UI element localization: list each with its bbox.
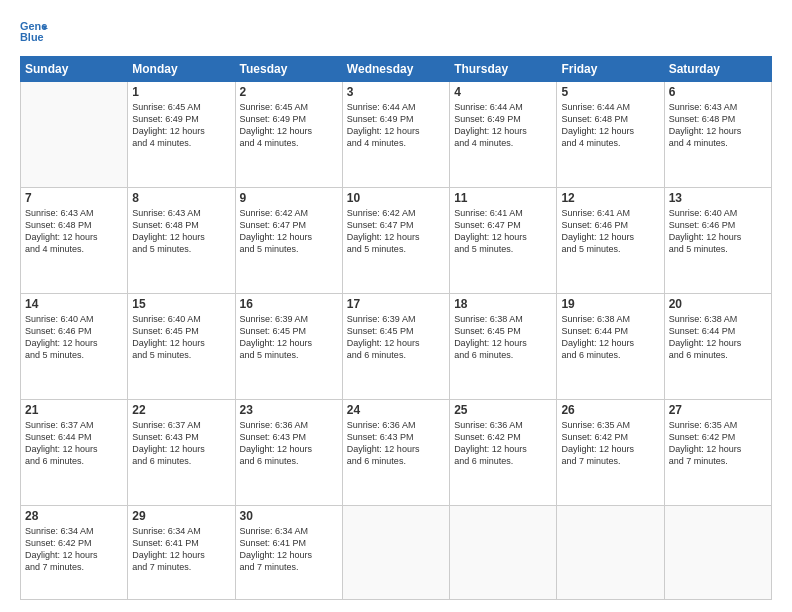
day-number: 5 [561, 85, 659, 99]
day-number: 9 [240, 191, 338, 205]
weekday-header-row: SundayMondayTuesdayWednesdayThursdayFrid… [21, 57, 772, 82]
week-row-4: 21Sunrise: 6:37 AMSunset: 6:44 PMDayligh… [21, 400, 772, 506]
calendar-cell: 21Sunrise: 6:37 AMSunset: 6:44 PMDayligh… [21, 400, 128, 506]
day-number: 28 [25, 509, 123, 523]
calendar-cell: 14Sunrise: 6:40 AMSunset: 6:46 PMDayligh… [21, 294, 128, 400]
cell-info: Sunrise: 6:42 AMSunset: 6:47 PMDaylight:… [240, 207, 338, 256]
calendar-cell: 5Sunrise: 6:44 AMSunset: 6:48 PMDaylight… [557, 82, 664, 188]
day-number: 15 [132, 297, 230, 311]
day-number: 17 [347, 297, 445, 311]
calendar-cell: 7Sunrise: 6:43 AMSunset: 6:48 PMDaylight… [21, 188, 128, 294]
day-number: 2 [240, 85, 338, 99]
calendar-cell: 18Sunrise: 6:38 AMSunset: 6:45 PMDayligh… [450, 294, 557, 400]
cell-info: Sunrise: 6:34 AMSunset: 6:41 PMDaylight:… [132, 525, 230, 574]
cell-info: Sunrise: 6:37 AMSunset: 6:44 PMDaylight:… [25, 419, 123, 468]
calendar-cell: 29Sunrise: 6:34 AMSunset: 6:41 PMDayligh… [128, 506, 235, 600]
calendar-cell: 28Sunrise: 6:34 AMSunset: 6:42 PMDayligh… [21, 506, 128, 600]
week-row-1: 1Sunrise: 6:45 AMSunset: 6:49 PMDaylight… [21, 82, 772, 188]
cell-info: Sunrise: 6:43 AMSunset: 6:48 PMDaylight:… [669, 101, 767, 150]
calendar-cell [342, 506, 449, 600]
calendar-cell [557, 506, 664, 600]
day-number: 1 [132, 85, 230, 99]
cell-info: Sunrise: 6:36 AMSunset: 6:42 PMDaylight:… [454, 419, 552, 468]
cell-info: Sunrise: 6:43 AMSunset: 6:48 PMDaylight:… [25, 207, 123, 256]
cell-info: Sunrise: 6:45 AMSunset: 6:49 PMDaylight:… [240, 101, 338, 150]
cell-info: Sunrise: 6:35 AMSunset: 6:42 PMDaylight:… [669, 419, 767, 468]
day-number: 14 [25, 297, 123, 311]
calendar-table: SundayMondayTuesdayWednesdayThursdayFrid… [20, 56, 772, 600]
cell-info: Sunrise: 6:43 AMSunset: 6:48 PMDaylight:… [132, 207, 230, 256]
calendar-cell [450, 506, 557, 600]
calendar-cell: 3Sunrise: 6:44 AMSunset: 6:49 PMDaylight… [342, 82, 449, 188]
cell-info: Sunrise: 6:44 AMSunset: 6:48 PMDaylight:… [561, 101, 659, 150]
day-number: 18 [454, 297, 552, 311]
header: General Blue [20, 18, 772, 46]
week-row-3: 14Sunrise: 6:40 AMSunset: 6:46 PMDayligh… [21, 294, 772, 400]
weekday-header-wednesday: Wednesday [342, 57, 449, 82]
week-row-5: 28Sunrise: 6:34 AMSunset: 6:42 PMDayligh… [21, 506, 772, 600]
calendar-cell: 6Sunrise: 6:43 AMSunset: 6:48 PMDaylight… [664, 82, 771, 188]
cell-info: Sunrise: 6:41 AMSunset: 6:47 PMDaylight:… [454, 207, 552, 256]
day-number: 20 [669, 297, 767, 311]
day-number: 22 [132, 403, 230, 417]
day-number: 4 [454, 85, 552, 99]
cell-info: Sunrise: 6:42 AMSunset: 6:47 PMDaylight:… [347, 207, 445, 256]
calendar-cell: 11Sunrise: 6:41 AMSunset: 6:47 PMDayligh… [450, 188, 557, 294]
day-number: 7 [25, 191, 123, 205]
calendar-cell: 23Sunrise: 6:36 AMSunset: 6:43 PMDayligh… [235, 400, 342, 506]
calendar-cell: 30Sunrise: 6:34 AMSunset: 6:41 PMDayligh… [235, 506, 342, 600]
day-number: 16 [240, 297, 338, 311]
calendar-cell [664, 506, 771, 600]
calendar-cell: 2Sunrise: 6:45 AMSunset: 6:49 PMDaylight… [235, 82, 342, 188]
day-number: 3 [347, 85, 445, 99]
cell-info: Sunrise: 6:38 AMSunset: 6:45 PMDaylight:… [454, 313, 552, 362]
day-number: 12 [561, 191, 659, 205]
weekday-header-friday: Friday [557, 57, 664, 82]
calendar-cell: 1Sunrise: 6:45 AMSunset: 6:49 PMDaylight… [128, 82, 235, 188]
day-number: 26 [561, 403, 659, 417]
day-number: 6 [669, 85, 767, 99]
weekday-header-monday: Monday [128, 57, 235, 82]
weekday-header-sunday: Sunday [21, 57, 128, 82]
calendar-cell: 12Sunrise: 6:41 AMSunset: 6:46 PMDayligh… [557, 188, 664, 294]
day-number: 23 [240, 403, 338, 417]
cell-info: Sunrise: 6:36 AMSunset: 6:43 PMDaylight:… [347, 419, 445, 468]
day-number: 27 [669, 403, 767, 417]
logo-icon: General Blue [20, 18, 48, 46]
cell-info: Sunrise: 6:44 AMSunset: 6:49 PMDaylight:… [454, 101, 552, 150]
cell-info: Sunrise: 6:34 AMSunset: 6:41 PMDaylight:… [240, 525, 338, 574]
day-number: 8 [132, 191, 230, 205]
day-number: 10 [347, 191, 445, 205]
weekday-header-saturday: Saturday [664, 57, 771, 82]
day-number: 11 [454, 191, 552, 205]
calendar-cell: 13Sunrise: 6:40 AMSunset: 6:46 PMDayligh… [664, 188, 771, 294]
calendar-cell: 26Sunrise: 6:35 AMSunset: 6:42 PMDayligh… [557, 400, 664, 506]
cell-info: Sunrise: 6:39 AMSunset: 6:45 PMDaylight:… [240, 313, 338, 362]
day-number: 29 [132, 509, 230, 523]
cell-info: Sunrise: 6:37 AMSunset: 6:43 PMDaylight:… [132, 419, 230, 468]
day-number: 30 [240, 509, 338, 523]
cell-info: Sunrise: 6:40 AMSunset: 6:46 PMDaylight:… [25, 313, 123, 362]
svg-text:Blue: Blue [20, 31, 44, 43]
day-number: 24 [347, 403, 445, 417]
cell-info: Sunrise: 6:41 AMSunset: 6:46 PMDaylight:… [561, 207, 659, 256]
day-number: 19 [561, 297, 659, 311]
calendar-cell: 15Sunrise: 6:40 AMSunset: 6:45 PMDayligh… [128, 294, 235, 400]
calendar-cell: 16Sunrise: 6:39 AMSunset: 6:45 PMDayligh… [235, 294, 342, 400]
calendar-cell: 17Sunrise: 6:39 AMSunset: 6:45 PMDayligh… [342, 294, 449, 400]
cell-info: Sunrise: 6:40 AMSunset: 6:45 PMDaylight:… [132, 313, 230, 362]
cell-info: Sunrise: 6:39 AMSunset: 6:45 PMDaylight:… [347, 313, 445, 362]
cell-info: Sunrise: 6:45 AMSunset: 6:49 PMDaylight:… [132, 101, 230, 150]
cell-info: Sunrise: 6:36 AMSunset: 6:43 PMDaylight:… [240, 419, 338, 468]
page: General Blue SundayMondayTuesdayWednesda… [0, 0, 792, 612]
cell-info: Sunrise: 6:44 AMSunset: 6:49 PMDaylight:… [347, 101, 445, 150]
calendar-cell: 25Sunrise: 6:36 AMSunset: 6:42 PMDayligh… [450, 400, 557, 506]
week-row-2: 7Sunrise: 6:43 AMSunset: 6:48 PMDaylight… [21, 188, 772, 294]
calendar-cell: 4Sunrise: 6:44 AMSunset: 6:49 PMDaylight… [450, 82, 557, 188]
calendar-cell: 24Sunrise: 6:36 AMSunset: 6:43 PMDayligh… [342, 400, 449, 506]
calendar-cell: 9Sunrise: 6:42 AMSunset: 6:47 PMDaylight… [235, 188, 342, 294]
cell-info: Sunrise: 6:34 AMSunset: 6:42 PMDaylight:… [25, 525, 123, 574]
cell-info: Sunrise: 6:38 AMSunset: 6:44 PMDaylight:… [561, 313, 659, 362]
weekday-header-tuesday: Tuesday [235, 57, 342, 82]
calendar-cell [21, 82, 128, 188]
